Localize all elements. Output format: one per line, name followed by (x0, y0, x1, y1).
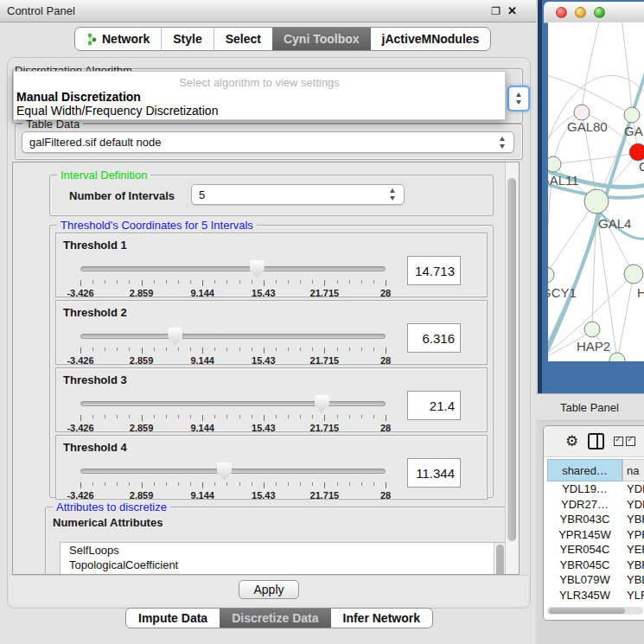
network-node[interactable] (629, 143, 644, 161)
slider-ticks (80, 415, 386, 422)
slider-track[interactable] (80, 401, 386, 406)
cell-name: YBR0 (622, 558, 644, 571)
algorithm-placeholder-option[interactable]: Select algorithm to view settings (14, 76, 505, 89)
tab-label: jActiveMNodules (382, 32, 480, 46)
network-node-label: GCY1 (548, 285, 577, 300)
network-node-label: C (639, 159, 644, 174)
cell-shared-name: YDL19… (547, 482, 622, 495)
stepper-arrows-icon (515, 92, 523, 105)
close-icon[interactable]: ✕ (507, 4, 517, 17)
scrollbar-thumb[interactable] (549, 608, 625, 614)
tab-select[interactable]: Select (214, 28, 272, 50)
interval-definition-group: Interval Definition Number of Intervals … (49, 175, 494, 216)
attribute-list-item[interactable]: SelfLoops (61, 543, 507, 558)
table-data-combobox[interactable]: galFiltered.sif default node (22, 131, 514, 153)
select-columns-icons[interactable] (614, 437, 635, 446)
table-header-row: shared… na (547, 459, 644, 481)
tab-jactivemnodules[interactable]: jActiveMNodules (371, 28, 491, 50)
slider-ticks (80, 482, 386, 489)
thresholds-group-title: Threshold's Coordinates for 5 Intervals (57, 219, 257, 232)
tab-style[interactable]: Style (161, 28, 213, 50)
threshold-value-field[interactable]: 6.316 (407, 323, 461, 353)
tab-label: Network (102, 32, 150, 46)
tab-label: Cyni Toolbox (284, 32, 360, 46)
network-node[interactable] (548, 156, 561, 172)
algorithm-option[interactable]: Manual Discretization (16, 90, 141, 104)
cell-shared-name: YPR145W (547, 528, 622, 541)
algorithm-combobox-stepper[interactable] (507, 86, 530, 112)
table-row[interactable]: YBR045CYBR0 (547, 558, 644, 573)
table-panel-window: ⚙ shared… na YDL19…YDL1YDR27…YDR2YBR043C… (543, 425, 644, 621)
thresholds-group: Threshold's Coordinates for 5 Intervals … (49, 225, 494, 498)
cell-shared-name: YER054C (547, 543, 622, 556)
tab-network[interactable]: Network (75, 28, 161, 50)
column-layout-icon[interactable] (588, 433, 604, 450)
column-header-shared[interactable]: shared… (547, 459, 622, 481)
slider-tick-labels: -3.4262.8599.14415.4321.71528 (80, 355, 386, 366)
table-row[interactable]: YER054CYER0 (547, 542, 644, 558)
settings-scrollpane: Interval Definition Number of Intervals … (12, 162, 520, 575)
threshold-slider[interactable]: -3.4262.8599.14415.4321.71528 (80, 327, 386, 361)
table-row[interactable]: YLR345WYLR3 (547, 588, 644, 603)
slider-track[interactable] (80, 334, 386, 339)
numerical-attributes-list[interactable]: SelfLoopsTopologicalCoefficientBetweenne… (60, 542, 507, 575)
bottom-tab-discretize-data[interactable]: Discretize Data (220, 609, 330, 628)
bottom-tab-infer-network[interactable]: Infer Network (331, 609, 432, 628)
threshold-panel: Threshold 4-3.4262.8599.14415.4321.71528… (55, 435, 488, 500)
network-node[interactable] (584, 189, 609, 214)
table-row[interactable]: YBL079WYBL0 (547, 572, 644, 588)
close-traffic-light-icon[interactable] (556, 7, 567, 18)
bottom-tab-impute-data[interactable]: Impute Data (126, 609, 220, 628)
float-window-icon[interactable]: ❐ (491, 5, 501, 17)
table-row[interactable]: YDL19…YDL1 (547, 481, 644, 497)
network-node-label: H (637, 285, 644, 300)
threshold-slider[interactable]: -3.4262.8599.14415.4321.71528 (80, 259, 386, 294)
algorithm-option[interactable]: Equal Width/Frequency Discretization (16, 104, 218, 118)
tab-cyni-toolbox[interactable]: Cyni Toolbox (272, 28, 371, 50)
network-node[interactable] (624, 107, 640, 123)
network-node[interactable] (548, 267, 554, 283)
table-horizontal-scrollbar[interactable] (547, 607, 643, 615)
network-canvas[interactable]: GAL80GACGAL11GAL4GCY1HHAP2 (548, 22, 644, 361)
slider-thumb[interactable] (168, 328, 182, 346)
algorithm-dropdown-popup: Select algorithm to view settings Manual… (13, 71, 506, 120)
cell-shared-name: YLR345W (547, 589, 622, 602)
table-panel-header: Table Panel (536, 393, 644, 421)
number-of-intervals-combobox[interactable]: 5 (191, 184, 405, 205)
threshold-value-field[interactable]: 11.344 (407, 458, 461, 488)
network-node[interactable] (624, 265, 643, 284)
network-node-label: GAL80 (567, 119, 608, 134)
number-of-intervals-value: 5 (199, 188, 389, 201)
threshold-value-field[interactable]: 14.713 (407, 256, 461, 285)
table-row[interactable]: YPR145WYPR1 (547, 527, 644, 543)
slider-track[interactable] (80, 266, 386, 271)
slider-track[interactable] (80, 469, 386, 474)
apply-button[interactable]: Apply (239, 580, 299, 599)
gear-icon[interactable]: ⚙ (565, 434, 578, 449)
cell-shared-name: YIL053C (547, 603, 622, 604)
apply-bar: Apply (10, 575, 528, 605)
checkbox-icon (614, 437, 623, 446)
scrollbar-thumb[interactable] (507, 178, 516, 541)
minimize-traffic-light-icon[interactable] (575, 7, 586, 18)
network-node[interactable] (574, 105, 590, 120)
table-row[interactable]: YDR27…YDR2 (547, 497, 644, 513)
table-row[interactable]: YBR043CYBR0 (547, 512, 644, 527)
top-tabbar: NetworkStyleSelectCyni ToolboxjActiveMNo… (74, 27, 491, 51)
attribute-list-item[interactable]: TopologicalCoefficient (61, 558, 507, 572)
slider-thumb[interactable] (217, 462, 232, 481)
network-node[interactable] (584, 322, 600, 337)
threshold-slider[interactable]: -3.4262.8599.14415.4321.71528 (80, 394, 386, 429)
screen: Control Panel ❐ ✕ NetworkStyleSelectCyni… (0, 0, 644, 644)
slider-ticks (80, 348, 386, 354)
slider-thumb[interactable] (315, 395, 329, 413)
slider-thumb[interactable] (250, 260, 265, 278)
network-icon (86, 33, 98, 46)
zoom-traffic-light-icon[interactable] (594, 7, 605, 18)
threshold-value-field[interactable]: 21.4 (407, 391, 461, 420)
table-row[interactable]: YIL053CYIL0 (547, 603, 644, 604)
column-header-name[interactable]: na (622, 459, 644, 481)
cell-name: YBL0 (622, 573, 644, 586)
settings-vertical-scrollbar[interactable] (505, 163, 519, 574)
threshold-slider[interactable]: -3.4262.8599.14415.4321.71528 (80, 462, 386, 496)
